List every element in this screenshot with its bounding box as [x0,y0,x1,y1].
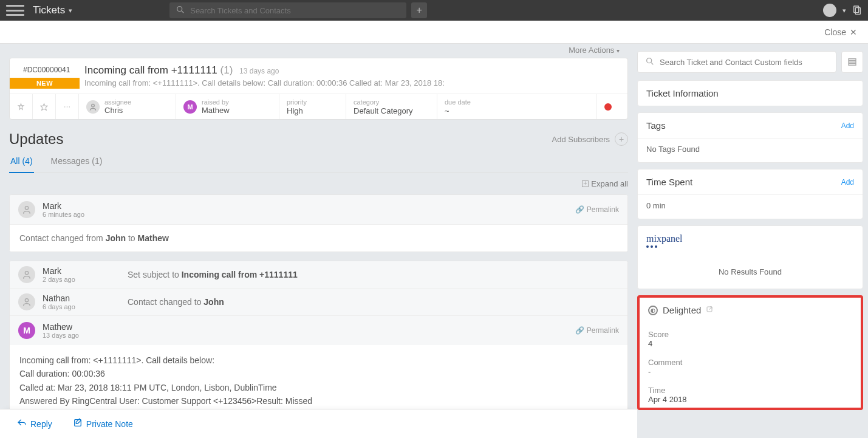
new-button[interactable]: + [411,2,427,18]
update-time: 13 days ago [43,332,79,339]
add-tag-button[interactable]: Add [841,121,854,130]
tags-body: No Tags Found [638,138,863,162]
due-date-cell[interactable]: due date ~ [437,94,597,119]
svg-rect-17 [849,64,856,66]
tab-messages[interactable]: Messages (1) [50,156,104,173]
search-icon [176,5,185,16]
private-note-button[interactable]: Private Note [73,418,133,429]
external-link-icon[interactable] [706,306,713,315]
reply-icon [17,418,27,429]
score-value: 4 [648,339,852,348]
avatar-icon: M [183,100,197,114]
link-icon: 🔗 [575,205,584,214]
panel-time-spent: Time SpentAdd 0 min [637,169,863,219]
more-icon[interactable] [56,94,79,119]
update-item: Mark 6 minutes ago 🔗 Permalink Contact c… [9,194,628,252]
svg-line-14 [651,63,653,64]
panel-ticket-info[interactable]: Ticket Information [637,80,863,106]
status-dot-icon [604,103,612,111]
assignee-cell[interactable]: assignee Chris [79,94,176,119]
update-body: Set subject to Incoming call from +11111… [128,270,298,279]
activity-icon[interactable] [852,5,862,16]
top-bar: Tickets ▾ + ▾ [0,0,868,21]
svg-point-8 [92,104,95,107]
svg-rect-2 [854,6,859,13]
add-time-button[interactable]: Add [841,178,854,186]
app-logo-icon[interactable] [6,5,24,16]
delighted-icon: ◐ [648,306,658,315]
svg-point-11 [25,299,28,302]
module-switcher[interactable]: Tickets [33,4,65,16]
reply-button[interactable]: Reply [17,418,52,429]
status-badge: NEW [10,78,80,89]
update-author[interactable]: Mark [43,201,84,211]
ticket-age: 13 days ago [239,67,279,75]
sidebar-search[interactable] [637,51,836,73]
search-icon [645,56,655,68]
time-spent-value: 0 min [638,194,863,219]
svg-rect-15 [849,59,856,61]
priority-cell[interactable]: priority High [279,94,346,119]
svg-point-10 [25,272,28,275]
svg-rect-16 [849,61,856,63]
tab-all[interactable]: All (4) [9,156,34,173]
update-author[interactable]: Nathan [43,293,128,303]
update-author[interactable]: Mark [43,266,128,276]
svg-point-9 [25,207,28,210]
update-body: Incoming call from: <+1111111>. Call det… [10,345,627,417]
svg-line-1 [182,11,183,13]
panel-mixpanel: mixpanel No Results Found [637,225,863,289]
ticket-number: #DC00000041 [10,58,80,78]
permalink-button[interactable]: 🔗 Permalink [575,326,619,335]
category-cell[interactable]: category Default Category [346,94,437,119]
ticket-title[interactable]: Incoming call from +1111111 (1) 13 days … [84,64,445,77]
star-icon[interactable] [33,94,56,119]
sidebar-search-input[interactable] [660,58,829,67]
chevron-down-icon: ▾ [617,47,620,54]
panel-tags: TagsAdd No Tags Found [637,112,863,163]
permalink-button[interactable]: 🔗 Permalink [575,205,619,214]
more-actions-menu[interactable]: More Actions ▾ [9,44,628,58]
person-icon [86,100,100,114]
svg-point-6 [67,106,68,108]
update-body: Contact changed to John [128,297,224,307]
update-item: Mark 2 days ago Set subject to Incoming … [9,261,628,417]
svg-point-13 [647,58,652,63]
delighted-title: Delighted [663,305,701,315]
note-icon [73,418,83,429]
chevron-down-icon[interactable]: ▾ [842,7,846,15]
close-button[interactable]: Close ✕ [824,27,857,37]
add-subscribers-button[interactable]: Add Subscribers + [552,132,628,146]
svg-rect-3 [855,7,860,14]
mixpanel-logo-icon: mixpanel [646,233,683,248]
expand-all-button[interactable]: Expand all [9,179,628,188]
svg-point-7 [69,106,70,108]
time-label: Time [648,386,852,395]
global-search-input[interactable] [190,6,400,15]
message-count: (1) [220,64,233,76]
sub-bar: Close ✕ [0,21,868,44]
comment-label: Comment [648,358,852,367]
update-body: Contact changed from John to Mathew [10,225,627,252]
mixpanel-empty: No Results Found [638,255,863,289]
fields-icon[interactable] [841,51,863,73]
update-author[interactable]: Mathew [43,322,79,332]
chevron-down-icon[interactable]: ▾ [69,7,72,15]
updates-heading: Updates [9,131,63,148]
raised-by-cell[interactable]: M raised by Mathew [176,94,279,119]
user-avatar[interactable] [823,4,836,17]
main-content: More Actions ▾ #DC00000041 NEW Incoming … [0,44,637,438]
update-time: 6 minutes ago [43,211,84,218]
pin-icon[interactable] [10,94,33,119]
global-search[interactable] [169,2,406,18]
ticket-header-card: #DC00000041 NEW Incoming call from +1111… [9,58,628,120]
avatar-icon: M [18,322,35,339]
svg-point-5 [64,106,66,108]
close-icon: ✕ [850,27,857,37]
right-sidebar: Ticket Information TagsAdd No Tags Found… [637,44,868,438]
updates-tabs: All (4) Messages (1) [9,156,628,173]
comment-value: - [648,367,852,376]
ticket-preview: Incoming call from: <+1111111>. Call det… [84,78,445,87]
avatar-icon [18,293,35,310]
plus-icon: + [615,132,628,146]
